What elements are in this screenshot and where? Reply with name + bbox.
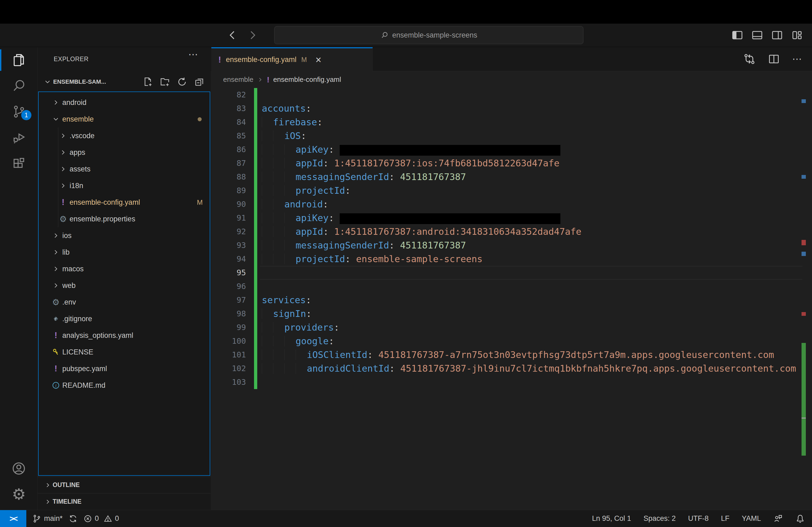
editor-more-actions-icon[interactable]: ⋯ — [792, 54, 802, 65]
toggle-primary-sidebar-icon[interactable] — [731, 29, 743, 41]
tree-item-ensemble[interactable]: ensemble — [39, 111, 210, 127]
line-number[interactable]: 98 — [211, 307, 246, 321]
refresh-icon[interactable] — [177, 77, 187, 87]
code-line[interactable] — [262, 280, 801, 293]
split-editor-icon[interactable] — [768, 53, 780, 65]
chevron-right-icon[interactable] — [58, 132, 69, 139]
new-folder-icon[interactable] — [160, 77, 170, 87]
activity-explorer[interactable] — [0, 47, 37, 73]
tree-item-assets[interactable]: assets — [39, 161, 210, 177]
activity-source-control[interactable]: 1 — [0, 99, 37, 124]
line-number[interactable]: 82 — [211, 88, 246, 102]
line-number[interactable]: 90 — [211, 197, 246, 211]
collapse-all-icon[interactable] — [194, 77, 204, 87]
code-editor[interactable]: 8283848586878889909192939495969798991001… — [211, 88, 812, 510]
explorer-more-actions-icon[interactable]: ⋯ — [188, 49, 198, 60]
tree-item-lib[interactable]: lib — [39, 244, 210, 260]
tab-ensemble-config-yaml[interactable]: ! ensemble-config.yaml M × — [211, 47, 373, 71]
chevron-right-icon[interactable] — [58, 166, 69, 172]
line-number[interactable]: 101 — [211, 348, 246, 362]
tree-item-apps[interactable]: apps — [39, 144, 210, 161]
tree-item-macos[interactable]: macos — [39, 260, 210, 277]
open-changes-icon[interactable] — [743, 53, 756, 65]
line-number[interactable]: 86 — [211, 143, 246, 156]
line-number[interactable]: 89 — [211, 184, 246, 197]
chevron-right-icon[interactable] — [50, 249, 61, 256]
line-number[interactable]: 92 — [211, 225, 246, 239]
activity-settings[interactable]: ⚙ — [0, 481, 38, 507]
line-number-gutter[interactable]: 8283848586878889909192939495969798991001… — [211, 88, 246, 389]
toggle-secondary-sidebar-icon[interactable] — [771, 29, 783, 41]
problems-status[interactable]: 0 0 — [84, 514, 119, 523]
code-lines[interactable]: accounts: firebase: iOS: apiKey: appId: … — [262, 88, 801, 389]
code-line[interactable]: services: — [262, 293, 801, 307]
branch-status[interactable]: main* — [32, 514, 62, 523]
chevron-right-icon[interactable] — [50, 282, 61, 289]
tree-item-ios[interactable]: ios — [39, 227, 210, 244]
code-line[interactable]: google: — [262, 334, 801, 348]
chevron-right-icon[interactable] — [50, 232, 61, 239]
tree-item-android[interactable]: android — [39, 94, 210, 111]
code-line[interactable]: projectId: — [262, 184, 801, 197]
feedback-icon[interactable] — [773, 514, 783, 524]
line-number[interactable]: 96 — [211, 280, 246, 293]
breadcrumb[interactable]: ensemble ! ensemble-config.yaml — [211, 71, 812, 88]
code-line[interactable] — [262, 88, 801, 102]
code-line[interactable]: appId: 1:451181767387:ios:74fb681bd58122… — [262, 156, 801, 170]
status-item-spaces-2[interactable]: Spaces: 2 — [643, 514, 676, 523]
code-line[interactable]: apiKey: — [262, 211, 801, 225]
line-number[interactable]: 85 — [211, 129, 246, 143]
sync-icon[interactable] — [69, 514, 77, 523]
timeline-section[interactable]: TIMELINE — [38, 493, 211, 510]
status-item-yaml[interactable]: YAML — [742, 514, 761, 523]
close-icon[interactable]: × — [316, 56, 321, 64]
status-item-lf[interactable]: LF — [721, 514, 729, 523]
activity-extensions[interactable] — [0, 150, 37, 176]
code-line[interactable]: accounts: — [262, 102, 801, 115]
remote-indicator[interactable]: >< — [0, 510, 26, 527]
command-center-search[interactable]: ensemble-sample-screens — [274, 26, 583, 44]
new-file-icon[interactable] — [143, 77, 153, 87]
activity-account[interactable] — [0, 456, 38, 481]
code-line[interactable]: androidClientId: 451181767387-jhl9inu7cl… — [262, 362, 801, 375]
line-number[interactable]: 102 — [211, 362, 246, 375]
line-number[interactable]: 84 — [211, 115, 246, 129]
line-number[interactable]: 88 — [211, 170, 246, 184]
chevron-right-icon[interactable] — [50, 99, 61, 106]
code-line[interactable]: messagingSenderId: 451181767387 — [262, 170, 801, 184]
line-number[interactable]: 94 — [211, 252, 246, 266]
line-number[interactable]: 95 — [211, 266, 246, 280]
chevron-right-icon[interactable] — [58, 182, 69, 189]
tree-item-web[interactable]: web — [39, 277, 210, 294]
code-line[interactable]: signIn: — [262, 307, 801, 321]
code-line[interactable]: iOS: — [262, 129, 801, 143]
chevron-right-icon[interactable] — [50, 266, 61, 272]
tree-item-analysis-options-yaml[interactable]: !analysis_options.yaml — [39, 327, 210, 344]
outline-section[interactable]: OUTLINE — [38, 477, 211, 493]
code-line[interactable] — [262, 266, 801, 280]
toggle-panel-icon[interactable] — [751, 29, 763, 41]
status-item-ln-95-col-1[interactable]: Ln 95, Col 1 — [592, 514, 631, 523]
chevron-right-icon[interactable] — [58, 149, 69, 156]
bell-icon[interactable] — [795, 514, 805, 524]
code-line[interactable]: projectId: ensemble-sample-screens — [262, 252, 801, 266]
line-number[interactable]: 91 — [211, 211, 246, 225]
back-icon[interactable] — [227, 30, 238, 41]
tree-item-i18n[interactable]: i18n — [39, 177, 210, 194]
code-line[interactable] — [262, 375, 801, 389]
customize-layout-icon[interactable] — [791, 29, 803, 41]
tree-item-pubspec-yaml[interactable]: !pubspec.yaml — [39, 360, 210, 377]
line-number[interactable]: 103 — [211, 375, 246, 389]
breadcrumb-file[interactable]: ensemble-config.yaml — [273, 75, 341, 84]
code-line[interactable]: apiKey: — [262, 143, 801, 156]
status-item-utf-8[interactable]: UTF-8 — [688, 514, 709, 523]
line-number[interactable]: 93 — [211, 239, 246, 252]
breadcrumb-folder[interactable]: ensemble — [223, 75, 253, 84]
line-number[interactable]: 99 — [211, 321, 246, 334]
tree-item-ensemble-properties[interactable]: ⚙ensemble.properties — [39, 211, 210, 227]
activity-search[interactable] — [0, 73, 37, 99]
tree-item--vscode[interactable]: .vscode — [39, 127, 210, 144]
chevron-down-icon[interactable] — [50, 116, 61, 123]
forward-icon[interactable] — [247, 30, 258, 41]
code-line[interactable]: android: — [262, 197, 801, 211]
